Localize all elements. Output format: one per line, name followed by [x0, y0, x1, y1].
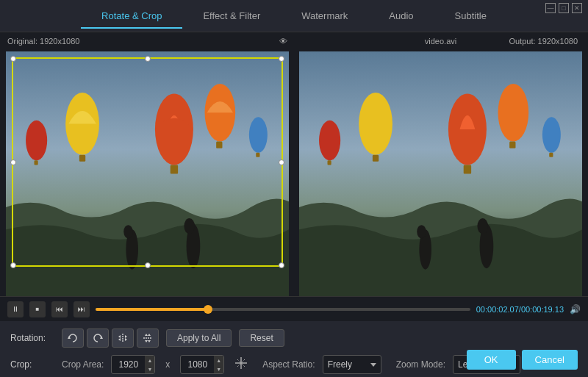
crop-label: Crop:	[10, 359, 54, 370]
maximize-button[interactable]: □	[559, 3, 569, 13]
width-up-button[interactable]: ▲	[145, 356, 154, 365]
right-video-section: video.avi Output: 1920x1080	[299, 38, 582, 296]
svg-rect-23	[328, 160, 331, 165]
svg-point-27	[417, 225, 426, 238]
flip-v-button[interactable]	[137, 328, 159, 348]
tab-audio[interactable]: Audio	[368, 3, 434, 29]
rotate-cw-button[interactable]	[87, 328, 109, 348]
flip-h-icon	[118, 333, 128, 343]
time-display: 00:00:02.07/00:00:19.13	[476, 305, 564, 314]
rotate-cw-icon	[93, 333, 103, 343]
svg-marker-33	[118, 335, 121, 338]
panel-divider	[292, 51, 296, 296]
aspect-ratio-label: Aspect Ratio:	[262, 359, 315, 370]
height-down-button[interactable]: ▼	[214, 365, 223, 373]
crop-handle-tr[interactable]	[279, 56, 284, 62]
progress-bar[interactable]	[96, 308, 470, 311]
crop-handle-mr[interactable]	[279, 159, 284, 165]
svg-point-26	[419, 229, 431, 269]
rotation-buttons	[62, 328, 159, 348]
svg-marker-35	[118, 338, 121, 341]
svg-point-18	[498, 84, 529, 142]
eye-icon[interactable]: 👁	[279, 37, 287, 46]
rotation-label: Rotation:	[10, 333, 54, 343]
minimize-button[interactable]: —	[545, 3, 556, 13]
close-button[interactable]: ✕	[572, 3, 582, 13]
crop-height-input[interactable]	[181, 359, 214, 370]
tab-watermark[interactable]: Watermark	[281, 3, 368, 29]
apply-to-all-button[interactable]: Apply to All	[166, 329, 232, 347]
svg-point-28	[480, 224, 494, 269]
svg-point-24	[542, 117, 561, 152]
right-preview	[299, 51, 582, 296]
left-preview	[6, 51, 289, 296]
zoom-mode-label: Zoom Mode:	[396, 359, 445, 370]
cancel-button[interactable]: Cancel	[522, 350, 578, 370]
filename-label: video.avi	[425, 37, 456, 46]
svg-point-16	[448, 94, 487, 165]
volume-icon[interactable]: 🔊	[570, 304, 581, 315]
pause-button[interactable]: ⏸	[7, 301, 24, 317]
crop-overlay[interactable]	[12, 57, 283, 267]
crop-width-group: ▲ ▼	[111, 355, 155, 374]
footer-bar: OK Cancel	[456, 342, 588, 377]
svg-marker-34	[125, 335, 127, 338]
flip-v-icon	[143, 333, 153, 343]
right-video-wrapper	[299, 51, 582, 296]
left-video-wrapper	[6, 51, 289, 296]
original-label-bar: Original: 1920x1080 👁	[6, 37, 289, 49]
svg-marker-38	[145, 334, 148, 336]
video-panels: Original: 1920x1080 👁	[0, 32, 588, 296]
tab-subtitle[interactable]: Subtitle	[434, 3, 507, 29]
crop-handle-bc[interactable]	[145, 262, 151, 268]
crop-height-group: ▲ ▼	[180, 355, 224, 374]
reset-button[interactable]: Reset	[239, 329, 284, 347]
flip-h-button[interactable]	[112, 328, 134, 348]
width-spinners: ▲ ▼	[145, 356, 154, 373]
svg-rect-15	[299, 51, 582, 296]
crop-area-label: Crop Area:	[62, 359, 104, 370]
height-up-button[interactable]: ▲	[214, 356, 223, 365]
x-separator: x	[162, 359, 173, 370]
aspect-ratio-select[interactable]: Freely 16:9 4:3 1:1	[323, 355, 381, 374]
prev-frame-button[interactable]: ⏮	[51, 301, 68, 317]
crop-width-input[interactable]	[112, 359, 145, 370]
svg-marker-41	[148, 340, 151, 342]
rotate-ccw-icon	[68, 333, 78, 343]
svg-rect-25	[549, 153, 553, 157]
svg-point-22	[319, 121, 340, 160]
left-video-section: Original: 1920x1080 👁	[6, 38, 289, 296]
crop-handle-br[interactable]	[279, 262, 284, 268]
next-frame-button[interactable]: ⏭	[74, 301, 90, 317]
original-resolution-label: Original: 1920x1080	[7, 37, 79, 46]
tab-effect-filter[interactable]: Effect & Filter	[182, 3, 281, 29]
height-spinners: ▲ ▼	[214, 356, 223, 373]
scene-svg-right	[299, 51, 582, 296]
stop-button[interactable]: ■	[29, 301, 46, 317]
output-resolution-label: Output: 1920x1080	[509, 37, 578, 46]
main-area: Original: 1920x1080 👁	[0, 32, 588, 296]
center-crop-icon[interactable]	[234, 356, 248, 373]
svg-rect-21	[373, 155, 379, 162]
svg-marker-36	[125, 338, 127, 341]
tab-rotate-crop[interactable]: Rotate & Crop	[81, 3, 182, 29]
crop-handle-tl[interactable]	[10, 56, 16, 62]
crop-handle-tc[interactable]	[145, 56, 151, 62]
svg-rect-19	[509, 142, 515, 148]
ok-button[interactable]: OK	[467, 350, 516, 370]
crop-handle-ml[interactable]	[10, 159, 16, 165]
rotate-ccw-button[interactable]	[62, 328, 84, 348]
progress-thumb[interactable]	[204, 305, 212, 314]
title-bar: — □ ✕	[539, 0, 588, 16]
svg-point-29	[477, 218, 488, 234]
svg-marker-39	[145, 340, 148, 342]
playback-bar: ⏸ ■ ⏮ ⏭ 00:00:02.07/00:00:19.13 🔊	[0, 296, 588, 321]
tab-bar: Rotate & Crop Effect & Filter Watermark …	[0, 0, 588, 32]
svg-marker-40	[148, 334, 151, 336]
crop-handle-bl[interactable]	[10, 262, 16, 268]
svg-rect-17	[464, 165, 471, 173]
svg-point-20	[359, 93, 392, 155]
progress-fill	[96, 308, 208, 311]
width-down-button[interactable]: ▼	[145, 365, 154, 373]
